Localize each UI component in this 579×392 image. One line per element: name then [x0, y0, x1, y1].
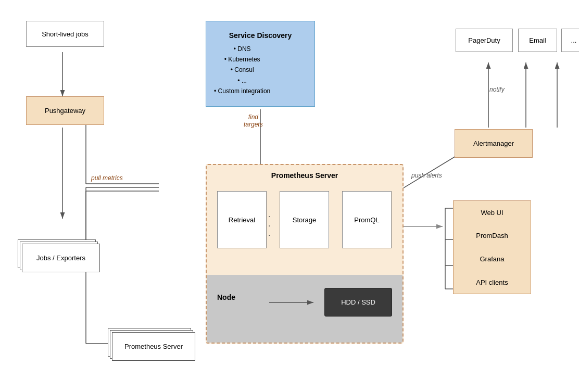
find-targets-label: findtargets [244, 113, 263, 128]
architecture-diagram: Short-lived jobs Pushgateway Jobs / Expo… [0, 0, 579, 392]
visualization-panel: Web UI PromDash Grafana API clients [453, 200, 531, 294]
promdash-box: PromDash [453, 224, 531, 247]
node-arrow [207, 275, 402, 343]
grafana-box: Grafana [453, 247, 531, 271]
jobs-exporters-label: Jobs / Exporters [22, 244, 100, 272]
node-section: Node HDD / SSD [207, 275, 402, 343]
api-clients-box: API clients [453, 271, 531, 294]
prometheus-server-title: Prometheus Server [271, 171, 338, 180]
prometheus-server-bottom-label: Prometheus Server [112, 332, 195, 361]
prometheus-server-container: Prometheus Server Retrieval Storage Prom… [206, 164, 404, 344]
notify-label: notify [489, 86, 505, 93]
flow-dots: ··· [268, 212, 271, 240]
push-alerts-label: push alerts [411, 172, 442, 179]
retrieval-box: Retrieval [217, 191, 267, 248]
web-ui-box: Web UI [453, 200, 531, 224]
short-lived-jobs-label: Short-lived jobs [42, 30, 89, 38]
email-box: Email [518, 29, 557, 52]
service-discovery-title: Service Discovery [214, 31, 307, 40]
pagerduty-box: PagerDuty [456, 29, 513, 52]
promql-box: PromQL [342, 191, 392, 248]
alertmanager-box: Alertmanager [455, 129, 533, 158]
sd-items: • DNS • Kubernetes • Consul • ... • Cust… [214, 44, 270, 97]
pushgateway-label: Pushgateway [45, 107, 85, 115]
jobs-exporters-stacked: Jobs / Exporters [22, 244, 100, 272]
short-lived-jobs-box: Short-lived jobs [26, 21, 104, 47]
prometheus-server-bottom-stacked: Prometheus Server [112, 332, 195, 361]
pushgateway-box: Pushgateway [26, 96, 104, 125]
pull-metrics-label: pull metrics [91, 174, 123, 182]
service-discovery-box: Service Discovery • DNS • Kubernetes • C… [206, 21, 315, 107]
ellipsis-box: ... [561, 29, 579, 52]
storage-box: Storage [280, 191, 329, 248]
